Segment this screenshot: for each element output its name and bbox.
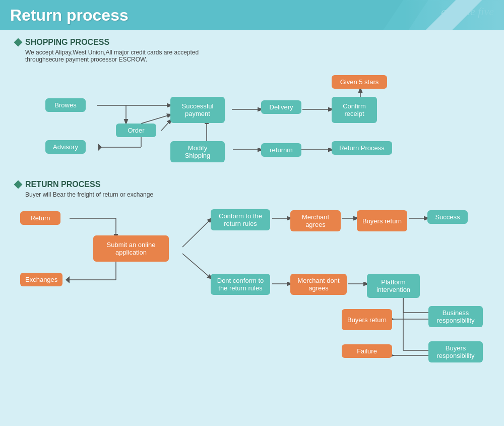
submit-online-box: Submit an online application [93, 235, 169, 262]
return-button-box: Return [20, 211, 60, 225]
advisory-box: Advisory [45, 140, 86, 154]
return-title: RETURN PROCESS [25, 180, 100, 189]
business-resp-box: Business responsibility [428, 306, 483, 327]
return-desc: Buyer will Bear the freight of return or… [25, 191, 489, 198]
diamond-icon-2 [14, 180, 23, 189]
svg-marker-1 [408, 0, 504, 30]
success-box: Success [427, 210, 468, 224]
svg-line-17 [182, 218, 212, 247]
shopping-desc: We accept Alipay,West Union,All major cr… [25, 49, 489, 63]
dont-conform-box: Dont conform to the return rules [211, 274, 270, 295]
browes-box: Browes [45, 98, 86, 112]
shopping-title: SHOPPING PROCESS [25, 38, 109, 47]
shopping-section-header: SHOPPING PROCESS [15, 38, 489, 47]
header: Return process give me five [0, 0, 504, 30]
buyers-return1-box: Buyers return [357, 210, 407, 231]
successful-payment-box: Successful payment [170, 97, 225, 123]
buyers-resp-box: Buyers responsibility [428, 341, 483, 362]
svg-line-21 [182, 254, 212, 279]
return-process-box: Return Process [332, 141, 392, 155]
return-section-header: RETURN PROCESS [15, 180, 489, 189]
failure-box: Failure [342, 344, 392, 358]
platform-box: Platform intervention [367, 274, 420, 298]
shopping-flow: Browes Order Advisory Successful payment… [15, 69, 489, 175]
svg-line-7 [141, 114, 171, 124]
conform-rules-box: Conform to the return rules [211, 209, 270, 230]
merchant-agrees-box: Merchant agrees [290, 210, 341, 231]
buyers-return2-box: Buyers return [342, 309, 392, 330]
svg-marker-0 [383, 0, 504, 30]
return-flow: Return Submit an online application Exch… [15, 204, 489, 366]
diamond-icon [14, 38, 23, 47]
header-title: Return process [10, 6, 129, 25]
exchanges-box: Exchanges [20, 273, 62, 286]
svg-marker-14 [98, 144, 102, 151]
merchant-dont-box: Merchant dont agrees [290, 274, 347, 295]
given-5-stars-box: Given 5 stars [332, 75, 387, 89]
svg-line-4 [161, 119, 171, 131]
delivery-box: Delivery [261, 100, 301, 114]
modify-shipping-box: Modify Shipping [170, 141, 225, 162]
brand-logo: give me five [441, 5, 494, 18]
svg-marker-20 [66, 276, 70, 283]
confirm-receipt-box: Confirm receipt [332, 97, 377, 123]
returnrn-box: returnrn [261, 143, 301, 157]
order-box: Order [116, 124, 156, 137]
